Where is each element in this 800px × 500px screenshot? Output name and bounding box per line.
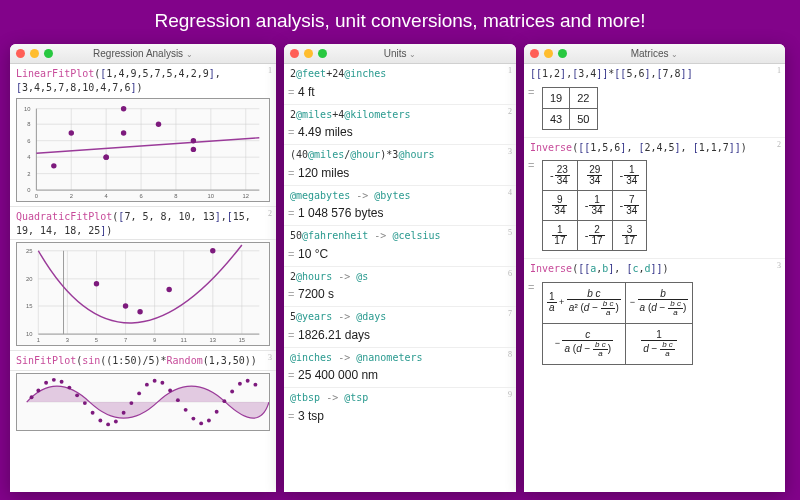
svg-text:8: 8: [174, 193, 177, 199]
svg-text:10: 10: [26, 331, 32, 337]
svg-point-82: [122, 410, 126, 414]
svg-text:15: 15: [26, 303, 32, 309]
svg-text:4: 4: [27, 154, 31, 160]
window-units: Units ⌄ 2@feet+24@inches1 4 ft 2@miles+4…: [284, 44, 516, 492]
cell-number: 2: [268, 209, 272, 220]
cell-number: 2: [508, 107, 512, 118]
titlebar[interactable]: Units ⌄: [284, 44, 516, 64]
cell-input[interactable]: SinFitPlot(sin((1:50)/5)*Random(1,3,50))…: [10, 350, 276, 371]
chevron-down-icon[interactable]: ⌄: [671, 50, 678, 59]
close-icon[interactable]: [290, 49, 299, 58]
svg-point-70: [30, 395, 34, 399]
cell-output: -2334 2934 -134 934 -134 -734 117 -217 3…: [524, 156, 785, 259]
svg-point-37: [191, 138, 196, 143]
cell-input[interactable]: LinearFitPlot([1,4,9,5,7,5,4,2,9],[3,4,5…: [10, 64, 276, 96]
svg-point-88: [168, 388, 172, 392]
svg-point-80: [106, 422, 110, 426]
cell-output: 1826.21 days: [284, 326, 516, 348]
minimize-icon[interactable]: [304, 49, 313, 58]
svg-point-98: [246, 378, 250, 382]
cell-number: 5: [508, 228, 512, 239]
content-area: [[1,2],[3,4]]*[[5,6],[7,8]]1 1922 4350 I…: [524, 64, 785, 492]
svg-point-67: [166, 287, 171, 292]
svg-point-95: [222, 399, 226, 403]
cell-output: 1a + b ca² (d − b ca) − ba (d − b ca) − …: [524, 278, 785, 372]
cell-output: 25 400 000 nm: [284, 366, 516, 388]
svg-text:0: 0: [35, 193, 38, 199]
window-matrices: Matrices ⌄ [[1,2],[3,4]]*[[5,6],[7,8]]1 …: [524, 44, 785, 492]
svg-point-29: [51, 163, 56, 168]
zoom-icon[interactable]: [318, 49, 327, 58]
window-title: Regression Analysis: [93, 48, 183, 59]
cell-number: 9: [508, 390, 512, 401]
window-regression: Regression Analysis ⌄ LinearFitPlot([1,4…: [10, 44, 276, 492]
svg-point-89: [176, 398, 180, 402]
content-area: LinearFitPlot([1,4,9,5,7,5,4,2,9],[3,4,5…: [10, 64, 276, 492]
svg-point-94: [215, 409, 219, 413]
svg-point-68: [210, 248, 215, 253]
linear-fit-plot[interactable]: 024681012 0246810: [16, 98, 270, 202]
svg-text:25: 25: [26, 248, 32, 254]
zoom-icon[interactable]: [44, 49, 53, 58]
titlebar[interactable]: Regression Analysis ⌄: [10, 44, 276, 64]
chevron-down-icon[interactable]: ⌄: [409, 50, 416, 59]
svg-point-36: [69, 130, 74, 135]
cell-number: 8: [508, 350, 512, 361]
close-icon[interactable]: [530, 49, 539, 58]
cell-input[interactable]: @tbsp -> @tsp9: [284, 388, 516, 407]
svg-point-92: [199, 421, 203, 425]
svg-text:2: 2: [70, 193, 73, 199]
minimize-icon[interactable]: [544, 49, 553, 58]
cell-input[interactable]: Inverse([[a,b], [c,d]])3: [524, 259, 785, 278]
matrix-symbolic-inverse: 1a + b ca² (d − b ca) − ba (d − b ca) − …: [542, 282, 693, 365]
svg-text:6: 6: [27, 138, 30, 144]
svg-point-32: [121, 130, 126, 135]
svg-point-64: [123, 303, 128, 308]
cell-input[interactable]: @inches -> @nanometers8: [284, 348, 516, 367]
cell-number: 4: [508, 188, 512, 199]
svg-text:20: 20: [26, 276, 32, 282]
cell-input[interactable]: @megabytes -> @bytes4: [284, 186, 516, 205]
svg-point-76: [75, 393, 79, 397]
svg-text:10: 10: [208, 193, 214, 199]
content-area: 2@feet+24@inches1 4 ft 2@miles+4@kilomet…: [284, 64, 516, 492]
svg-text:5: 5: [95, 337, 98, 343]
svg-point-78: [91, 410, 95, 414]
sin-fit-plot[interactable]: [16, 373, 270, 431]
cell-input[interactable]: [[1,2],[3,4]]*[[5,6],[7,8]]1: [524, 64, 785, 83]
svg-text:12: 12: [243, 193, 249, 199]
close-icon[interactable]: [16, 49, 25, 58]
cell-input[interactable]: QuadraticFitPlot([7, 5, 8, 10, 13],[15, …: [10, 206, 276, 240]
cell-output: 4.49 miles: [284, 123, 516, 145]
cell-number: 3: [777, 261, 781, 272]
cell-input[interactable]: Inverse([[1,5,6], [2,4,5], [1,1,7]])2: [524, 138, 785, 157]
svg-text:9: 9: [153, 337, 156, 343]
svg-point-87: [160, 380, 164, 384]
chevron-down-icon[interactable]: ⌄: [186, 50, 193, 59]
quadratic-fit-plot[interactable]: 13579111315 10152025: [16, 242, 270, 346]
cell-input[interactable]: 2@feet+24@inches1: [284, 64, 516, 83]
cell-number: 2: [777, 140, 781, 151]
svg-text:0: 0: [27, 187, 30, 193]
svg-point-93: [207, 418, 211, 422]
svg-point-97: [238, 381, 242, 385]
titlebar[interactable]: Matrices ⌄: [524, 44, 785, 64]
svg-text:11: 11: [180, 337, 186, 343]
cell-number: 6: [508, 269, 512, 280]
svg-text:3: 3: [66, 337, 69, 343]
cell-input[interactable]: 5@years -> @days7: [284, 307, 516, 326]
svg-text:7: 7: [124, 337, 127, 343]
minimize-icon[interactable]: [30, 49, 39, 58]
matrix-result: 1922 4350: [542, 87, 598, 130]
svg-point-31: [191, 147, 196, 152]
cell-input[interactable]: 2@miles+4@kilometers2: [284, 105, 516, 124]
banner: Regression analysis, unit conversions, m…: [0, 0, 800, 44]
cell-input[interactable]: 50@fahrenheit -> @celsius5: [284, 226, 516, 245]
cell-input[interactable]: 2@hours -> @s6: [284, 267, 516, 286]
cell-output: 1922 4350: [524, 83, 785, 138]
cell-number: 1: [268, 66, 272, 77]
cell-output: 3 tsp: [284, 407, 516, 428]
svg-point-34: [121, 106, 126, 111]
zoom-icon[interactable]: [558, 49, 567, 58]
cell-input[interactable]: (40@miles/@hour)*3@hours3: [284, 145, 516, 164]
